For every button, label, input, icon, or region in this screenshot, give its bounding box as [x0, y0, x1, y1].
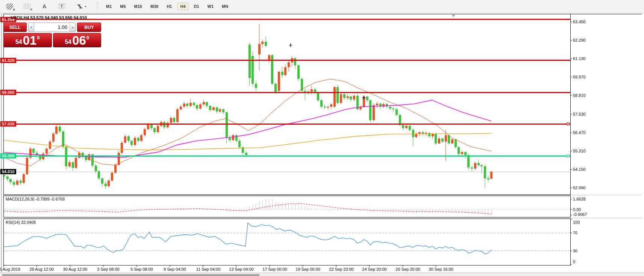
time-axis-tick: 17 Sep 00:00 — [262, 267, 287, 271]
volume-spinner: ▼ 1.00 ▲ — [28, 23, 76, 32]
sell-price-tile[interactable]: 54 01 0 — [3, 33, 52, 47]
time-axis-tick: 26 Aug 2019 — [0, 267, 20, 271]
macd-axis-tick: -0.9067 — [573, 212, 587, 217]
collapse-arrow-icon[interactable]: ▲ — [5, 17, 8, 20]
volume-input[interactable]: 1.00 — [34, 23, 70, 32]
tf-button-m30[interactable]: M30 — [148, 3, 161, 10]
time-axis-tick: 26 Sep 20:00 — [395, 267, 420, 271]
current-price-chip: 54.010 — [0, 169, 16, 174]
tf-button-h1[interactable]: H1 — [164, 3, 174, 10]
symbol-ohlc: 53.570 54.040 53.550 54.010 — [30, 15, 87, 20]
rsi-axis-tick: 30 — [573, 248, 577, 253]
price-axis-tick: 54.150 — [573, 167, 586, 172]
symbol-header: ▲ USOil,H4 53.570 54.040 53.550 54.010 — [5, 15, 87, 20]
tf-button-w1[interactable]: W1 — [205, 3, 217, 10]
price-level-chip: 59.000 — [0, 90, 16, 95]
price-axis-tick: 61.130 — [573, 56, 586, 61]
price-axis-tick: 52.990 — [573, 185, 586, 190]
macd-axis-tick: 1.6628 — [573, 196, 586, 202]
time-axis-tick: 30 Aug 12:00 — [63, 267, 88, 271]
icon-sub-label: F — [30, 8, 32, 11]
tf-button-m15[interactable]: M15 — [132, 3, 145, 10]
price-level-chip: 55.000 — [0, 153, 16, 158]
time-axis-tick: 9 Sep 04:00 — [164, 267, 186, 271]
time-axis-tick: 24 Sep 20:00 — [362, 267, 386, 271]
macd-axis-tick: 0.00 — [573, 207, 581, 212]
buy-button[interactable]: BUY — [77, 23, 101, 32]
buy-price-tile[interactable]: 54 06 0 — [53, 33, 102, 47]
price-axis-tick: 63.450 — [573, 19, 586, 24]
price-level-chip: 61.020 — [0, 58, 16, 63]
bottom-panel-bar — [2, 274, 259, 276]
tf-button-h4[interactable]: H4 — [177, 3, 188, 10]
price-axis-tick: 56.470 — [573, 130, 586, 135]
icon-sub-label: E — [13, 8, 15, 11]
price-axis-tick: 57.630 — [573, 112, 586, 117]
tf-button-d1[interactable]: D1 — [191, 3, 202, 10]
text-label-tool[interactable]: A — [38, 2, 50, 11]
volume-decrease-button[interactable]: ▼ — [29, 23, 34, 32]
one-click-trading-widget: SELL ▼ 1.00 ▲ BUY 54 01 0 54 06 0 — [3, 23, 101, 47]
tf-button-mn[interactable]: MN — [219, 3, 231, 10]
macd-indicator-label: MACD(12,26,9) -0.7899 -0.6769 — [6, 197, 65, 201]
chevron-down-icon: ▾ — [85, 5, 86, 8]
price-axis-tick: 55.310 — [573, 148, 586, 154]
price-axis-tick: 62.290 — [573, 38, 586, 43]
rsi-axis-tick: 0 — [573, 259, 575, 264]
chart-window[interactable]: 63.45062.29061.13059.97058.81057.63056.4… — [2, 13, 644, 273]
arrows-tool[interactable]: ▾ — [73, 2, 89, 11]
sell-button[interactable]: SELL — [3, 23, 27, 32]
time-axis-tick: 13 Sep 04:00 — [229, 267, 253, 271]
grid-icon[interactable]: F — [21, 2, 33, 11]
volume-increase-button[interactable]: ▲ — [70, 23, 75, 32]
time-axis-tick: 22 Sep 23:00 — [329, 267, 353, 271]
rsi-axis-tick: 70 — [573, 230, 577, 235]
price-axis-tick: 59.970 — [573, 74, 586, 80]
price-axis-tick: 58.810 — [573, 93, 586, 98]
time-axis-tick: 3 Sep 08:00 — [97, 267, 119, 271]
tf-button-m5[interactable]: M5 — [117, 3, 128, 10]
bottom-dock — [0, 273, 644, 276]
rsi-axis-tick: 100 — [573, 220, 580, 225]
toolbar-separator — [97, 2, 97, 11]
time-axis-tick: 5 Sep 08:00 — [130, 267, 153, 271]
time-axis-tick: 19 Sep 00:00 — [295, 267, 320, 271]
tf-button-m1[interactable]: M1 — [103, 3, 114, 10]
text-box-tool[interactable]: T — [56, 2, 68, 11]
rsi-indicator-label: RSI(14) 32.0405 — [6, 220, 36, 225]
price-level-chip: 57.020 — [0, 121, 16, 127]
top-toolbar: E F A T ▾ M1 M5 M15 M30 H1 H4 D1 W1 MN — [0, 0, 644, 13]
time-axis-tick: 30 Sep 16:00 — [429, 267, 453, 271]
time-axis-tick: 11 Sep 04:00 — [196, 267, 221, 271]
time-axis-tick: 28 Aug 12:00 — [30, 267, 54, 271]
symbol-name: USOil,H4 — [11, 15, 29, 20]
chart-hatch-icon[interactable]: E — [4, 2, 16, 11]
